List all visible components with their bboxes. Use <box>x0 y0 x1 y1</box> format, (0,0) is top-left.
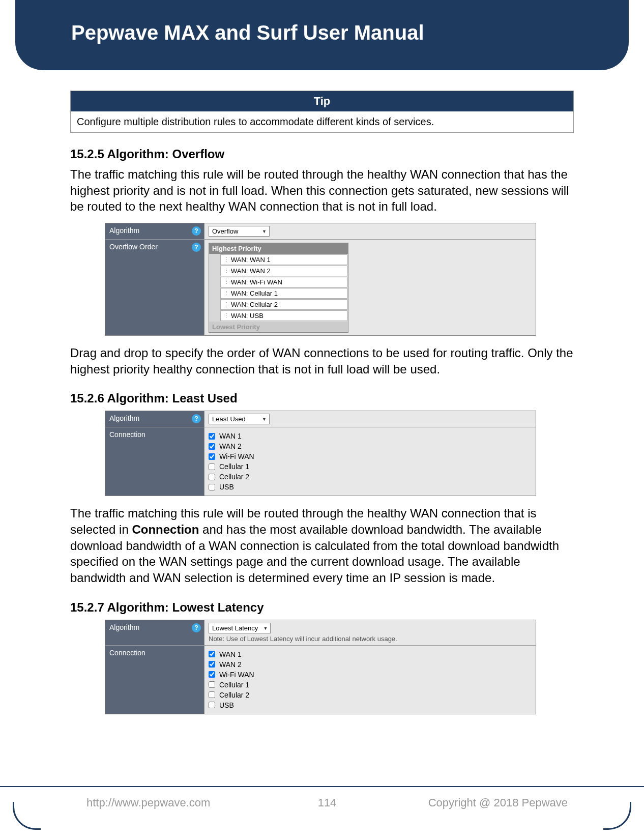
wan-item-label: WAN: Cellular 2 <box>231 301 278 308</box>
connection-checkbox[interactable] <box>209 464 215 470</box>
connection-item: WAN 1 <box>209 649 532 659</box>
section-heading-leastused: 15.2.6 Algorithm: Least Used <box>70 391 574 405</box>
connection-bold: Connection <box>132 523 199 536</box>
overflow-order-cell: Highest Priority ⋮⋮WAN: WAN 1⋮⋮WAN: WAN … <box>204 240 536 335</box>
connection-item: WAN 2 <box>209 659 532 670</box>
algorithm-select[interactable]: Least Used <box>209 414 270 424</box>
connection-item: Cellular 2 <box>209 690 532 700</box>
wan-item[interactable]: ⋮⋮WAN: USB <box>220 310 347 321</box>
connection-checkbox[interactable] <box>209 671 215 678</box>
overflow-desc-2: Drag and drop to specify the order of WA… <box>70 345 574 377</box>
footer-url[interactable]: http://www.pepwave.com <box>86 796 297 809</box>
lowest-priority-label: Lowest Priority <box>209 322 348 332</box>
corner-decoration <box>603 802 631 830</box>
wan-item[interactable]: ⋮⋮WAN: WAN 2 <box>220 266 347 276</box>
connection-label: Connection <box>105 427 204 496</box>
drag-handle-icon[interactable]: ⋮⋮ <box>224 268 228 274</box>
connection-item-label: Cellular 2 <box>219 691 249 699</box>
page-title: Pepwave MAX and Surf User Manual <box>15 0 629 44</box>
algorithm-label: Algorithm ? <box>105 620 204 645</box>
connection-item: USB <box>209 482 532 492</box>
connection-item: Cellular 2 <box>209 472 532 482</box>
connection-item-label: Cellular 1 <box>219 681 249 689</box>
connection-checkbox[interactable] <box>209 474 215 480</box>
section-heading-lowestlatency: 15.2.7 Algorithm: Lowest Latency <box>70 600 574 615</box>
connection-checkbox[interactable] <box>209 443 215 450</box>
help-icon[interactable]: ? <box>192 226 201 236</box>
connection-item-label: WAN 2 <box>219 660 242 669</box>
connection-item: Cellular 1 <box>209 461 532 472</box>
help-icon[interactable]: ? <box>192 623 201 632</box>
connection-cell: WAN 1WAN 2Wi-Fi WANCellular 1Cellular 2U… <box>204 646 536 714</box>
algorithm-label-text: Algorithm <box>109 226 139 235</box>
algorithm-value-cell: Overflow <box>204 223 536 239</box>
algorithm-label-text: Algorithm <box>109 623 139 631</box>
wan-item[interactable]: ⋮⋮WAN: Cellular 1 <box>220 288 347 299</box>
drag-handle-icon[interactable]: ⋮⋮ <box>224 256 228 263</box>
connection-item-label: Wi-Fi WAN <box>219 452 254 460</box>
content: Tip Configure multiple distribution rule… <box>0 70 644 714</box>
connection-item-label: Cellular 1 <box>219 462 249 471</box>
highest-priority-label: Highest Priority <box>209 243 348 254</box>
connection-item: WAN 2 <box>209 441 532 451</box>
algorithm-select[interactable]: Lowest Latency <box>209 623 271 633</box>
connection-item: Wi-Fi WAN <box>209 670 532 680</box>
priority-box: Highest Priority ⋮⋮WAN: WAN 1⋮⋮WAN: WAN … <box>209 243 348 333</box>
connection-label-text: Connection <box>109 649 145 657</box>
wan-item[interactable]: ⋮⋮WAN: Cellular 2 <box>220 299 347 310</box>
section-heading-overflow: 15.2.5 Algorithm: Overflow <box>70 147 574 161</box>
connection-label-text: Connection <box>109 430 145 439</box>
connection-item-label: USB <box>219 483 234 491</box>
connection-checkbox[interactable] <box>209 433 215 440</box>
tip-body: Configure multiple distribution rules to… <box>71 111 573 132</box>
connection-checkbox[interactable] <box>209 681 215 688</box>
wan-item-label: WAN: WAN 2 <box>231 267 271 275</box>
help-icon[interactable]: ? <box>192 414 201 423</box>
overflow-config-table: Algorithm ? Overflow Overflow Order ? Hi… <box>105 223 536 336</box>
connection-checkbox[interactable] <box>209 453 215 460</box>
connection-item-label: Cellular 2 <box>219 473 249 481</box>
algorithm-select[interactable]: Overflow <box>209 226 270 237</box>
connection-label: Connection <box>105 646 204 714</box>
wan-item[interactable]: ⋮⋮WAN: Wi-Fi WAN <box>220 277 347 287</box>
help-icon[interactable]: ? <box>192 243 201 252</box>
connection-item: USB <box>209 700 532 710</box>
algorithm-value-cell: Lowest Latency Note: Use of Lowest Laten… <box>204 620 536 645</box>
overflow-order-label: Overflow Order ? <box>105 240 204 335</box>
overflow-order-text: Overflow Order <box>109 243 158 251</box>
wan-item-label: WAN: WAN 1 <box>231 256 271 264</box>
connection-list: WAN 1WAN 2Wi-Fi WANCellular 1Cellular 2U… <box>209 648 532 711</box>
connection-item-label: USB <box>219 701 234 709</box>
latency-note: Note: Use of Lowest Latency will incur a… <box>209 635 532 643</box>
wan-list: ⋮⋮WAN: WAN 1⋮⋮WAN: WAN 2⋮⋮WAN: Wi-Fi WAN… <box>209 254 348 321</box>
corner-decoration <box>13 802 41 830</box>
connection-checkbox[interactable] <box>209 484 215 490</box>
connection-item: Cellular 1 <box>209 680 532 690</box>
connection-list: WAN 1WAN 2Wi-Fi WANCellular 1Cellular 2U… <box>209 430 532 493</box>
overflow-desc-1: The traffic matching this rule will be r… <box>70 166 574 215</box>
leastused-config-table: Algorithm ? Least Used Connection WAN 1W… <box>105 411 536 496</box>
wan-item-label: WAN: USB <box>231 312 264 320</box>
connection-cell: WAN 1WAN 2Wi-Fi WANCellular 1Cellular 2U… <box>204 427 536 496</box>
connection-item-label: WAN 1 <box>219 432 242 440</box>
wan-item[interactable]: ⋮⋮WAN: WAN 1 <box>220 254 347 265</box>
drag-handle-icon[interactable]: ⋮⋮ <box>224 301 228 308</box>
drag-handle-icon[interactable]: ⋮⋮ <box>224 279 228 285</box>
algorithm-value-cell: Least Used <box>204 411 536 427</box>
tip-header: Tip <box>71 91 573 111</box>
footer-page-number: 114 <box>297 796 358 809</box>
connection-item: WAN 1 <box>209 431 532 441</box>
connection-item-label: WAN 1 <box>219 650 242 658</box>
connection-item-label: WAN 2 <box>219 442 242 450</box>
connection-checkbox[interactable] <box>209 661 215 668</box>
leastused-desc: The traffic matching this rule will be r… <box>70 505 574 586</box>
header-band: Pepwave MAX and Surf User Manual <box>15 0 629 70</box>
connection-checkbox[interactable] <box>209 702 215 708</box>
wan-item-label: WAN: Cellular 1 <box>231 289 278 297</box>
connection-item-label: Wi-Fi WAN <box>219 671 254 679</box>
connection-checkbox[interactable] <box>209 651 215 657</box>
connection-checkbox[interactable] <box>209 691 215 698</box>
drag-handle-icon[interactable]: ⋮⋮ <box>224 312 228 319</box>
algorithm-label-text: Algorithm <box>109 414 139 422</box>
drag-handle-icon[interactable]: ⋮⋮ <box>224 290 228 297</box>
